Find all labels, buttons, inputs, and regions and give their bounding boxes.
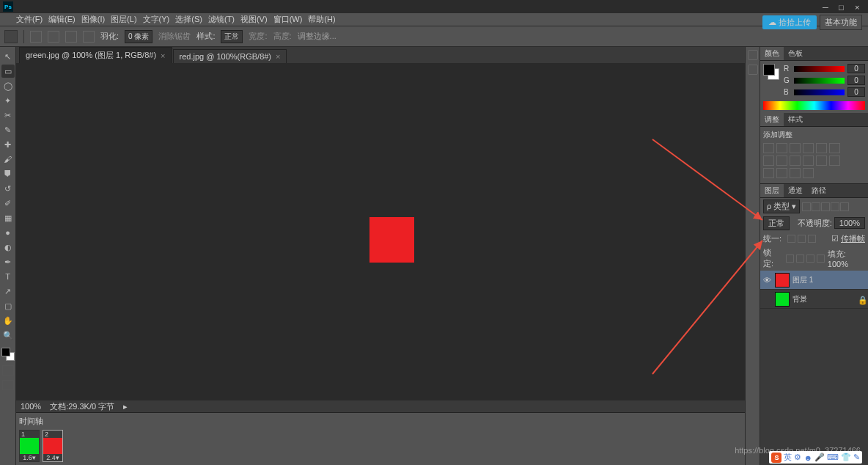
fill-input[interactable]: 100% bbox=[828, 260, 848, 268]
adj-icon[interactable] bbox=[763, 143, 774, 153]
workspace-dropdown[interactable]: 基本功能 bbox=[820, 15, 862, 30]
menu-file[interactable]: 文件(F) bbox=[16, 14, 43, 25]
adj-icon[interactable] bbox=[763, 168, 774, 178]
filter-icon[interactable] bbox=[802, 202, 811, 211]
adj-icon[interactable] bbox=[816, 155, 827, 166]
g-value[interactable]: 0 bbox=[847, 76, 865, 85]
zoom-value[interactable]: 100% bbox=[21, 402, 41, 411]
hand-tool-icon[interactable]: ✋ bbox=[1, 314, 15, 327]
color-swatch[interactable] bbox=[1, 348, 15, 361]
tab-layers[interactable]: 图层 bbox=[760, 184, 784, 197]
stamp-tool-icon[interactable]: ⛊ bbox=[1, 167, 15, 180]
r-value[interactable]: 0 bbox=[847, 64, 865, 73]
chevron-right-icon[interactable]: ▸ bbox=[123, 402, 128, 411]
style-dropdown[interactable]: 正常 bbox=[221, 30, 243, 43]
unify-icon[interactable] bbox=[798, 235, 806, 243]
ime-icon[interactable]: ⌨ bbox=[827, 453, 839, 462]
adj-icon[interactable] bbox=[803, 143, 814, 153]
lock-icon[interactable] bbox=[796, 255, 804, 263]
crop-tool-icon[interactable]: ✂ bbox=[1, 109, 15, 122]
lock-icon[interactable] bbox=[806, 255, 814, 263]
menu-view[interactable]: 视图(V) bbox=[240, 14, 268, 25]
menu-text[interactable]: 文字(Y) bbox=[143, 14, 170, 25]
adj-icon[interactable] bbox=[776, 168, 787, 178]
adj-icon[interactable] bbox=[790, 168, 801, 178]
menu-help[interactable]: 帮助(H) bbox=[308, 14, 335, 25]
adj-icon[interactable] bbox=[816, 143, 827, 153]
wand-tool-icon[interactable]: ✦ bbox=[1, 94, 15, 107]
blend-mode-dropdown[interactable]: 正常 bbox=[763, 216, 790, 230]
history-brush-tool-icon[interactable]: ↺ bbox=[1, 182, 15, 195]
adj-icon[interactable] bbox=[776, 155, 787, 166]
feather-input[interactable]: 0 像素 bbox=[125, 30, 152, 43]
adj-icon[interactable] bbox=[829, 155, 840, 166]
quickmask-icon[interactable] bbox=[2, 365, 14, 376]
filter-icon[interactable] bbox=[831, 202, 839, 211]
adj-icon[interactable] bbox=[776, 143, 787, 153]
propagate-link[interactable]: 传播帧 bbox=[841, 234, 865, 243]
adj-icon[interactable] bbox=[790, 155, 801, 166]
lock-icon[interactable] bbox=[817, 255, 825, 263]
filter-icon[interactable] bbox=[812, 202, 820, 211]
filter-icon[interactable] bbox=[840, 202, 849, 211]
r-slider[interactable] bbox=[794, 66, 845, 72]
layer-row[interactable]: 👁图层 1 bbox=[760, 271, 868, 290]
unify-icon[interactable] bbox=[808, 235, 816, 243]
blur-tool-icon[interactable]: ● bbox=[1, 226, 15, 239]
adj-icon[interactable] bbox=[803, 155, 814, 166]
filter-kind-dropdown[interactable]: ρ 类型 ▾ bbox=[763, 199, 800, 213]
tab-green[interactable]: green.jpg @ 100% (图层 1, RGB/8#)× bbox=[19, 47, 172, 63]
color-swatch[interactable] bbox=[763, 64, 779, 80]
marquee-tool-icon[interactable]: ▭ bbox=[1, 65, 15, 78]
lock-icon[interactable] bbox=[786, 255, 794, 263]
upload-button[interactable]: ☁ 拾拾上传 bbox=[762, 15, 817, 29]
ime-icon[interactable]: ⚙ bbox=[794, 453, 801, 462]
doc-info[interactable]: 文档:29.3K/0 字节 bbox=[50, 401, 114, 412]
tab-swatches[interactable]: 色板 bbox=[784, 47, 807, 60]
selection-mode-new-icon[interactable] bbox=[30, 31, 42, 43]
panel-stub-icon[interactable] bbox=[748, 50, 758, 60]
screenmode-icon[interactable] bbox=[2, 380, 14, 390]
visibility-icon[interactable]: 👁 bbox=[763, 276, 772, 285]
menu-edit[interactable]: 编辑(E) bbox=[48, 14, 76, 25]
ime-icon[interactable]: 👕 bbox=[841, 453, 851, 462]
text-tool-icon[interactable]: T bbox=[1, 270, 15, 283]
tab-adjustments[interactable]: 调整 bbox=[760, 113, 784, 126]
dodge-tool-icon[interactable]: ◐ bbox=[1, 241, 15, 254]
heal-tool-icon[interactable]: ✚ bbox=[1, 138, 15, 151]
gradient-tool-icon[interactable]: ▦ bbox=[1, 211, 15, 224]
antialias-checkbox[interactable]: 消除锯齿 bbox=[158, 31, 191, 42]
ime-bar[interactable]: S 英 ⚙ ☻ 🎤 ⌨ 👕 ✎ bbox=[769, 451, 862, 464]
adj-icon[interactable] bbox=[829, 143, 840, 153]
selection-mode-add-icon[interactable] bbox=[48, 31, 59, 43]
opacity-input[interactable]: 100% bbox=[834, 217, 865, 229]
layer-name[interactable]: 背景 bbox=[792, 294, 807, 304]
panel-stub-icon[interactable] bbox=[748, 65, 758, 75]
close-icon[interactable]: × bbox=[855, 3, 862, 10]
canvas[interactable] bbox=[16, 63, 745, 400]
close-icon[interactable]: × bbox=[276, 52, 280, 61]
b-slider[interactable] bbox=[794, 89, 845, 95]
menu-image[interactable]: 图像(I) bbox=[81, 14, 105, 25]
current-tool-icon[interactable] bbox=[4, 30, 18, 43]
timeline-frame[interactable]: 22.4▾ bbox=[43, 430, 63, 462]
selection-mode-intersect-icon[interactable] bbox=[83, 31, 95, 43]
refine-edge-button[interactable]: 调整边缘... bbox=[298, 31, 336, 42]
spectrum-strip[interactable] bbox=[763, 101, 865, 110]
ime-icon[interactable]: ✎ bbox=[853, 453, 860, 462]
pen-tool-icon[interactable]: ✒ bbox=[1, 255, 15, 268]
shape-tool-icon[interactable]: ▢ bbox=[1, 299, 15, 312]
eyedropper-tool-icon[interactable]: ✎ bbox=[1, 123, 15, 136]
tab-channels[interactable]: 通道 bbox=[784, 184, 807, 197]
menu-layer[interactable]: 图层(L) bbox=[111, 14, 136, 25]
tab-color[interactable]: 颜色 bbox=[760, 47, 784, 60]
minimize-icon[interactable]: ─ bbox=[823, 3, 830, 10]
layer-name[interactable]: 图层 1 bbox=[792, 275, 813, 285]
filter-icon[interactable] bbox=[821, 202, 830, 211]
timeline-frame[interactable]: 11.6▾ bbox=[19, 430, 40, 462]
eraser-tool-icon[interactable]: ✐ bbox=[1, 197, 15, 210]
tab-paths[interactable]: 路径 bbox=[807, 184, 831, 197]
adj-icon[interactable] bbox=[790, 143, 801, 153]
ime-icon[interactable]: ☻ bbox=[803, 453, 812, 462]
tab-red[interactable]: red.jpg @ 100%(RGB/8#)× bbox=[173, 49, 287, 63]
